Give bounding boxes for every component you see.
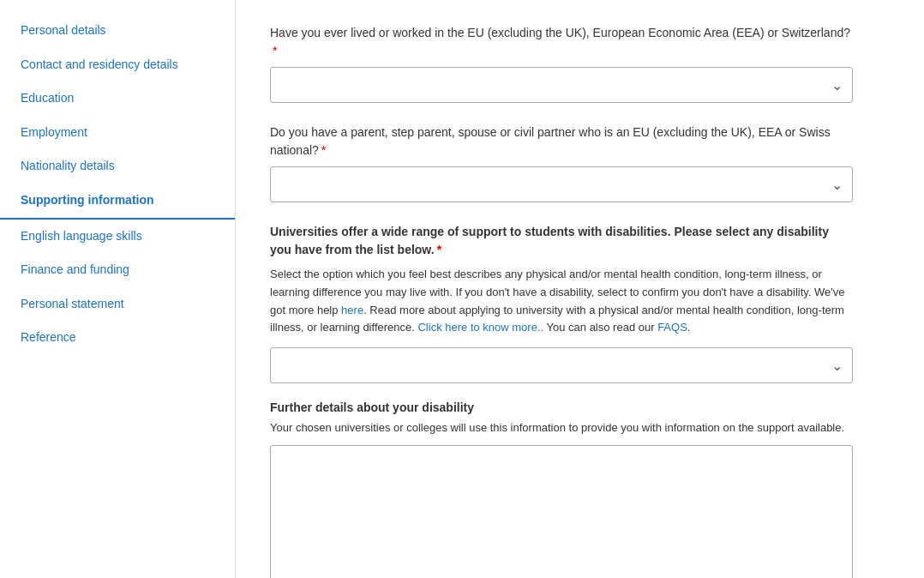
- sidebar-item-reference[interactable]: Reference: [0, 321, 235, 355]
- sidebar-item-employment[interactable]: Employment: [0, 116, 235, 150]
- disability-body-text: Select the option which you feel best de…: [270, 266, 853, 337]
- disability-faqs-link[interactable]: FAQS: [657, 321, 687, 334]
- disability-end-period: .: [687, 321, 691, 334]
- disability-select-wrapper: ⌄: [270, 347, 853, 383]
- parent-select-wrapper: ⌄: [270, 166, 853, 202]
- disability-title-text: Universities offer a wide range of suppo…: [270, 225, 829, 256]
- sidebar-item-finance-and-funding[interactable]: Finance and funding: [0, 253, 235, 287]
- eu-question-label: Have you ever lived or worked in the EU …: [270, 24, 853, 60]
- sidebar-item-contact-residency[interactable]: Contact and residency details: [0, 48, 235, 82]
- disability-after-click: You can also read our: [543, 321, 657, 334]
- form-section: Have you ever lived or worked in the EU …: [270, 24, 853, 578]
- parent-required-star: *: [321, 143, 326, 157]
- eu-question-text: Have you ever lived or worked in the EU …: [270, 26, 850, 39]
- sidebar: Personal details Contact and residency d…: [0, 0, 236, 578]
- further-details-field: Further details about your disability Yo…: [270, 400, 853, 578]
- sidebar-item-english-language-skills[interactable]: English language skills: [0, 220, 235, 254]
- eu-select-wrapper: ⌄: [270, 67, 853, 103]
- main-content: Have you ever lived or worked in the EU …: [236, 0, 924, 578]
- sidebar-item-nationality-details[interactable]: Nationality details: [0, 149, 235, 184]
- disability-click-here-link[interactable]: Click here to know more..: [417, 321, 543, 334]
- eu-required-star: *: [273, 44, 277, 57]
- disability-here-link[interactable]: here: [341, 304, 363, 316]
- sidebar-item-personal-details[interactable]: Personal details: [0, 14, 235, 48]
- sidebar-item-personal-statement[interactable]: Personal statement: [0, 287, 235, 322]
- parent-question-label: Do you have a parent, step parent, spous…: [270, 123, 853, 160]
- sidebar-item-education[interactable]: Education: [0, 81, 235, 116]
- further-details-title: Further details about your disability: [270, 400, 853, 414]
- eu-question-field: Have you ever lived or worked in the EU …: [270, 24, 853, 103]
- disability-title: Universities offer a wide range of suppo…: [270, 223, 853, 259]
- sidebar-item-supporting-information[interactable]: Supporting information: [0, 184, 235, 220]
- eu-select[interactable]: [270, 67, 853, 103]
- further-details-textarea[interactable]: [270, 445, 853, 578]
- disability-select[interactable]: [270, 347, 853, 383]
- parent-question-text: Do you have a parent, step parent, spous…: [270, 125, 831, 157]
- disability-section: Universities offer a wide range of suppo…: [270, 223, 853, 383]
- further-details-subtitle: Your chosen universities or colleges wil…: [270, 419, 853, 437]
- disability-required-star: *: [437, 243, 441, 256]
- parent-question-field: Do you have a parent, step parent, spous…: [270, 123, 853, 202]
- parent-select[interactable]: [270, 166, 853, 202]
